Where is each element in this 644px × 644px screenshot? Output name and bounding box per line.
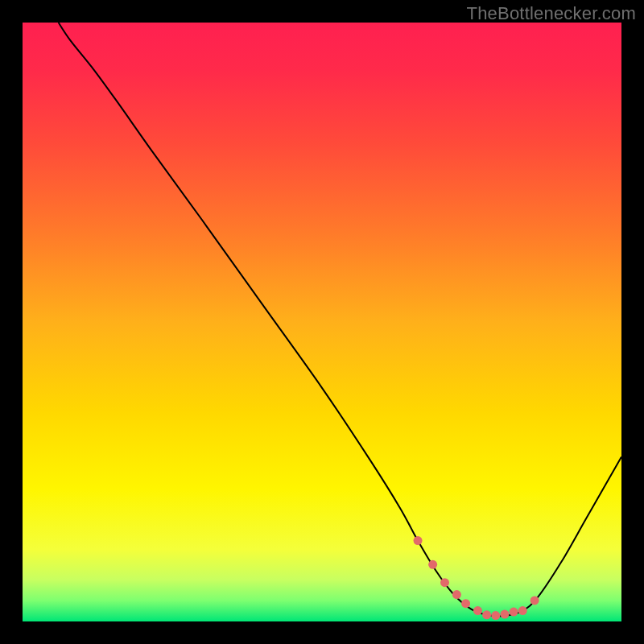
sweet-spot-point — [452, 590, 461, 599]
sweet-spot-point — [491, 611, 500, 620]
sweet-spot-point — [473, 606, 482, 615]
sweet-spot-point — [482, 610, 491, 619]
sweet-spot-point — [428, 560, 437, 569]
watermark-text: TheBottlenecker.com — [467, 3, 636, 24]
chart-frame: TheBottlenecker.com — [0, 0, 644, 644]
sweet-spot-point — [440, 578, 449, 587]
sweet-spot-point — [530, 596, 539, 605]
sweet-spot-point — [500, 610, 509, 619]
gradient-background — [23, 23, 621, 621]
sweet-spot-point — [461, 599, 470, 608]
plot-area — [23, 23, 621, 621]
sweet-spot-point — [510, 608, 518, 617]
chart-svg — [23, 23, 621, 621]
sweet-spot-point — [518, 606, 527, 615]
sweet-spot-point — [414, 536, 423, 545]
